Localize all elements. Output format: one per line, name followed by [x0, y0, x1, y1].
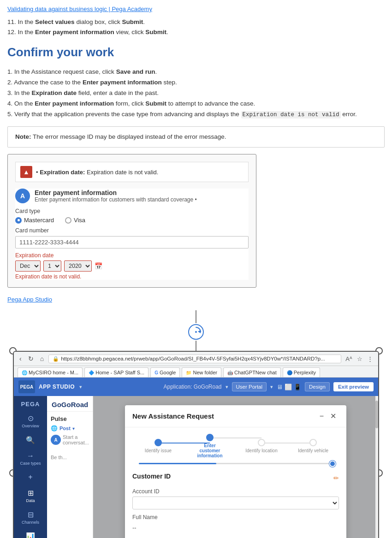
- expiration-year-select[interactable]: 2020: [64, 260, 92, 272]
- form-title: Enter payment information: [35, 189, 197, 196]
- tab-label-mycsiro: MyCSIRO home - M...: [29, 370, 78, 375]
- bookmark-button[interactable]: ☆: [356, 355, 364, 363]
- radio-mastercard[interactable]: Mastercard: [15, 217, 54, 224]
- sidebar-item-overview[interactable]: ⊙ Overview: [14, 411, 47, 431]
- casetypes-icon: →: [27, 452, 34, 460]
- app-name-label: Application: GoGoRoad: [163, 384, 221, 390]
- sidebar-item-add[interactable]: +: [14, 470, 47, 484]
- post-button[interactable]: Post: [59, 426, 71, 431]
- second-sidebar-content: Pulse 🌐 Post ▾ A Start a conversat... Be…: [47, 412, 93, 538]
- app-studio-dropdown-icon[interactable]: ▾: [79, 384, 82, 390]
- step-label-3: Identify location: [245, 448, 278, 453]
- expiration-section: Expiration date Dec 1 2020 📅 Expiration …: [15, 252, 249, 280]
- account-id-select[interactable]: [132, 497, 339, 509]
- tab-label-folder: New folder: [193, 370, 217, 375]
- modal-body: Customer ID ✏ Account ID Full Name --: [125, 467, 346, 538]
- portal-dropdown-icon[interactable]: ▾: [270, 384, 273, 390]
- reload-button[interactable]: ↻: [26, 354, 36, 363]
- radio-visa-icon: [65, 217, 71, 224]
- sidebar-item-channels[interactable]: ⊟ Channels: [14, 508, 47, 527]
- menu-button[interactable]: ⋮: [366, 355, 374, 363]
- pre-step-12: In the Enter payment information view, c…: [7, 27, 385, 37]
- home-button[interactable]: ⌂: [38, 354, 46, 363]
- error-banner: ▲ • Expiration date: Expiration date is …: [15, 162, 249, 182]
- url-text: https://z8bbhmgb.pegacea.net/prweb/app/G…: [61, 356, 325, 361]
- progress-bar-line: [139, 463, 333, 464]
- main-content: New Assistance Request − ✕ Identi: [93, 396, 378, 538]
- section-title: Customer ID: [132, 473, 171, 480]
- tab-label-google: Google: [160, 370, 176, 375]
- app-body: PEGA ⊙ Overview 🔍 → Case types + ⊞ Da: [14, 396, 378, 538]
- aa-button[interactable]: Aᴬ: [344, 355, 354, 363]
- connector-top-area: [7, 310, 385, 351]
- browser-action-btns: Aᴬ ☆ ⋮: [344, 355, 374, 363]
- sidebar-label-channels: Channels: [22, 520, 39, 525]
- modal-overlay: New Assistance Request − ✕ Identi: [93, 396, 378, 538]
- modal-close-button[interactable]: ✕: [327, 411, 339, 421]
- add-icon: +: [28, 473, 32, 481]
- tab-folder[interactable]: 📁 New folder: [182, 367, 221, 377]
- full-name-value: --: [132, 522, 339, 533]
- sidebar-item-casetypes[interactable]: → Case types: [14, 449, 47, 468]
- expiration-month-select[interactable]: Dec: [15, 260, 41, 272]
- tab-mycsiro[interactable]: 🌐 MyCSIRO home - M...: [18, 367, 83, 377]
- desktop-icon[interactable]: 🖥: [277, 384, 283, 390]
- tab-google[interactable]: G Google: [150, 367, 180, 377]
- edit-icon-button[interactable]: ✏: [333, 474, 339, 482]
- design-button[interactable]: Design: [305, 382, 330, 391]
- channels-icon: ⊟: [28, 510, 34, 519]
- tab-perplexity[interactable]: 🔵 Perplexity: [283, 367, 320, 377]
- main-step-4: On the Enter payment information form, c…: [7, 99, 385, 109]
- step-label-4: Identify vehicle: [298, 448, 328, 453]
- step-dot-1: [154, 439, 162, 446]
- svg-marker-1: [198, 330, 201, 333]
- post-row: 🌐 Post ▾: [51, 425, 89, 432]
- section-title-row: Customer ID ✏: [132, 473, 339, 484]
- user-portal-button[interactable]: User Portal: [232, 382, 267, 391]
- card-number-input[interactable]: [15, 236, 249, 248]
- screenshot-frame: ▲ • Expiration date: Expiration date is …: [7, 154, 256, 288]
- confirm-heading: Confirm your work: [7, 45, 385, 59]
- app-name-dropdown-icon[interactable]: ▾: [226, 384, 228, 390]
- note-label: Note:: [15, 133, 31, 140]
- pulse-label: Pulse: [51, 415, 89, 422]
- browser-window: ‹ ↻ ⌂ 🔒 https://z8bbhmgb.pegacea.net/prw…: [13, 351, 379, 538]
- tab-label-sap: Home - SAP Staff S...: [95, 370, 144, 375]
- back-button[interactable]: ‹: [18, 354, 24, 363]
- pre-steps-list: In the Select values dialog box, click S…: [7, 17, 385, 37]
- app-studio-label: APP STUDIO: [39, 384, 75, 390]
- tab-label-perplexity: Perplexity: [294, 370, 316, 375]
- sidebar-item-search[interactable]: 🔍: [14, 433, 47, 447]
- main-step-5: Verify that the application prevents the…: [7, 109, 385, 120]
- main-steps-list: In the Assistance request case, click Sa…: [7, 67, 385, 120]
- step-dot-4: [309, 439, 317, 446]
- connector-bottom-line: [196, 341, 196, 351]
- top-academy-link[interactable]: Validating data against business logic |…: [7, 6, 385, 12]
- lock-icon: 🔒: [53, 356, 59, 362]
- device-icons: 🖥 ⬜ 📱: [277, 384, 301, 390]
- main-step-1: In the Assistance request case, click Sa…: [7, 67, 385, 77]
- start-convo-row: A Start a conversat...: [51, 434, 89, 445]
- tab-sap[interactable]: 🔷 Home - SAP Staff S...: [84, 367, 148, 377]
- progress-bar-fill: [139, 463, 216, 464]
- app-studio-header: PEGA APP STUDIO ▾ Application: GoGoRoad …: [14, 378, 378, 396]
- tablet-icon[interactable]: ⬜: [285, 384, 292, 390]
- radio-visa[interactable]: Visa: [65, 217, 85, 224]
- modal-title: New Assistance Request: [132, 412, 214, 420]
- sidebar-item-explore[interactable]: 📊 Explore Da...: [14, 529, 47, 538]
- exit-preview-button[interactable]: Exit preview: [333, 382, 374, 391]
- progress-step-3: Identify location: [236, 439, 287, 453]
- modal-minimize-button[interactable]: −: [317, 411, 327, 421]
- url-bar[interactable]: 🔒 https://z8bbhmgb.pegacea.net/prweb/app…: [48, 355, 341, 363]
- globe-icon: 🌐: [51, 425, 58, 432]
- start-convo-text: Start a conversat...: [63, 434, 89, 445]
- pega-app-studio-link[interactable]: Pega App Studio: [7, 296, 385, 303]
- account-id-row: [132, 497, 339, 509]
- expiration-day-select[interactable]: 1: [43, 260, 61, 272]
- sidebar-item-data[interactable]: ⊞ Data: [14, 486, 47, 506]
- calendar-icon[interactable]: 📅: [95, 262, 102, 270]
- note-box: Note: The error message ID may be displa…: [7, 126, 385, 148]
- post-dropdown-icon[interactable]: ▾: [72, 426, 75, 431]
- mobile-icon[interactable]: 📱: [294, 384, 301, 390]
- tab-chatgpt[interactable]: 🤖 ChatGPTNew chat: [223, 367, 281, 377]
